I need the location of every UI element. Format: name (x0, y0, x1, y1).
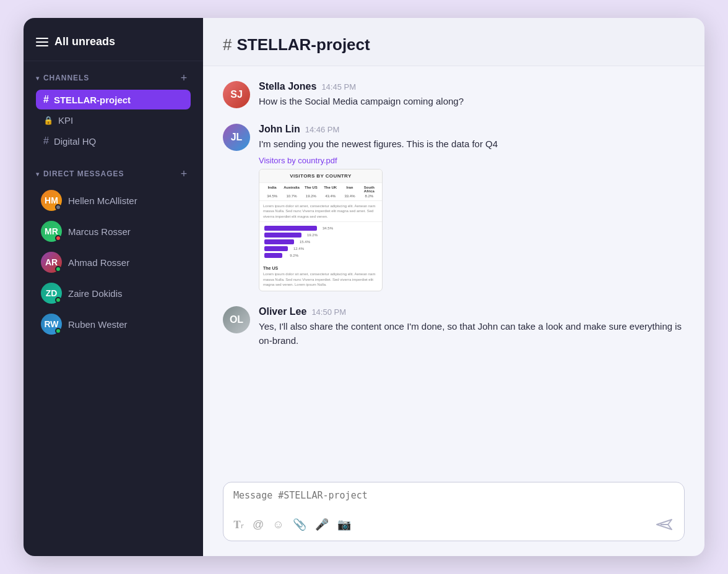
channel-name-stellar: STELLAR-project (54, 95, 131, 105)
dm-name-ahmad: Ahmad Rosser (68, 257, 129, 268)
dm-item-ahmad[interactable]: AR Ahmad Rosser (36, 247, 191, 277)
msg-author-oliver: Oliver Lee (259, 306, 306, 317)
channels-section: ▾ CHANNELS + # STELLAR-project 🔒 KPI # D… (24, 61, 203, 157)
pdf-title: VISITORS BY COUNTRY (259, 169, 382, 183)
input-icons: 𝐓ᵣ @ ☺ 📎 🎤 📷 (233, 518, 351, 531)
emoji-icon[interactable]: ☺ (272, 518, 284, 531)
dm-item-marcus[interactable]: MR Marcus Rosser (36, 216, 191, 246)
avatar-stella: SJ (223, 81, 250, 108)
attachment-icon[interactable]: 📎 (293, 518, 306, 531)
channel-item-stellar[interactable]: # STELLAR-project (36, 90, 191, 109)
dm-name-zaire: Zaire Dokidis (68, 288, 123, 299)
pdf-lorem-text: Lorem ipsum dolor sit amet, consectetur … (259, 201, 382, 222)
dm-item-ruben[interactable]: RW Ruben Wester (36, 309, 191, 339)
microphone-icon[interactable]: 🎤 (315, 518, 329, 531)
lock-icon: 🔒 (43, 116, 53, 125)
msg-time-stella: 14:45 PM (321, 82, 356, 92)
msg-body-john: John Lin 14:46 PM I'm sending you the ne… (259, 124, 498, 292)
avatar-john: JL (223, 124, 250, 151)
pdf-footer-text: Lorem ipsum dolor sit amet, consectetur … (259, 272, 382, 291)
dm-name-marcus: Marcus Rosser (68, 226, 131, 237)
hash-icon: # (43, 94, 49, 105)
msg-header-stella: Stella Jones 14:45 PM (259, 81, 464, 92)
add-dm-button[interactable]: + (177, 167, 191, 181)
all-unreads-label: All unreads (54, 35, 115, 48)
main-content: # STELLAR-project SJ Stella Jones 14:45 … (203, 18, 704, 556)
dm-chevron-icon: ▾ (36, 171, 40, 178)
msg-text-john: I'm sending you the newest figures. This… (259, 137, 498, 152)
avatar-marcus: MR (41, 221, 62, 242)
attachment-pdf[interactable]: Visitors by country.pdf VISITORS BY COUN… (259, 156, 498, 291)
send-icon (654, 516, 674, 533)
msg-author-stella: Stella Jones (259, 81, 316, 92)
channel-name-kpi: KPI (58, 115, 73, 126)
pdf-section-heading: The US (259, 263, 382, 272)
hamburger-icon (36, 38, 48, 46)
avatar-ahmad: AR (41, 252, 62, 273)
dm-section-header: ▾ DIRECT MESSAGES + (36, 167, 191, 181)
channel-item-kpi[interactable]: 🔒 KPI (36, 111, 191, 130)
chat-header: # STELLAR-project (203, 18, 704, 66)
message-input-box: 𝐓ᵣ @ ☺ 📎 🎤 📷 (223, 482, 685, 541)
message-stella: SJ Stella Jones 14:45 PM How is the Soci… (223, 81, 685, 109)
dm-title[interactable]: ▾ DIRECT MESSAGES (36, 169, 124, 178)
add-channel-button[interactable]: + (177, 71, 191, 85)
status-dot-marcus (55, 235, 61, 241)
channel-name-digital: Digital HQ (54, 136, 96, 147)
dm-name-ruben: Ruben Wester (68, 319, 128, 330)
sidebar: All unreads ▾ CHANNELS + # STELLAR-proje… (24, 18, 203, 556)
status-dot-ahmad (55, 266, 61, 272)
msg-header-john: John Lin 14:46 PM (259, 124, 498, 135)
msg-time-john: 14:46 PM (305, 125, 340, 134)
avatar-hellen: HM (41, 190, 62, 211)
msg-header-oliver: Oliver Lee 14:50 PM (259, 306, 685, 317)
msg-body-stella: Stella Jones 14:45 PM How is the Social … (259, 81, 464, 109)
status-dot-hellen (55, 204, 61, 210)
pdf-table: India Australia The US The UK Iran South… (259, 183, 382, 201)
channels-chevron-icon: ▾ (36, 75, 40, 82)
messages-area: SJ Stella Jones 14:45 PM How is the Soci… (203, 66, 704, 472)
channel-item-digital[interactable]: # Digital HQ (36, 131, 191, 151)
dm-item-zaire[interactable]: ZD Zaire Dokidis (36, 278, 191, 308)
message-john: JL John Lin 14:46 PM I'm sending you the… (223, 124, 685, 292)
text-format-icon[interactable]: 𝐓ᵣ (233, 518, 244, 531)
status-dot-zaire (55, 297, 61, 303)
pdf-preview: VISITORS BY COUNTRY India Australia The … (259, 169, 383, 291)
channel-title: STELLAR-project (236, 35, 370, 54)
attachment-filename: Visitors by country.pdf (259, 156, 498, 165)
avatar-zaire: ZD (41, 283, 62, 304)
channels-title[interactable]: ▾ CHANNELS (36, 74, 89, 82)
hash-icon-digital: # (43, 135, 49, 147)
dm-item-hellen[interactable]: HM Hellen McAllister (36, 186, 191, 215)
send-button[interactable] (654, 516, 674, 533)
chat-title: # STELLAR-project (223, 35, 685, 54)
dm-name-hellen: Hellen McAllister (68, 195, 137, 206)
msg-body-oliver: Oliver Lee 14:50 PM Yes, I'll also share… (259, 306, 685, 348)
channels-section-header: ▾ CHANNELS + (36, 71, 191, 85)
all-unreads-button[interactable]: All unreads (36, 35, 191, 48)
sidebar-header: All unreads (24, 18, 203, 61)
video-icon[interactable]: 📷 (337, 518, 351, 531)
mention-icon[interactable]: @ (253, 518, 264, 531)
input-area: 𝐓ᵣ @ ☺ 📎 🎤 📷 (203, 472, 704, 556)
message-oliver: OL Oliver Lee 14:50 PM Yes, I'll also sh… (223, 306, 685, 348)
hash-symbol: # (223, 35, 232, 54)
avatar-ruben: RW (41, 314, 62, 335)
msg-text-stella: How is the Social Media campaign coming … (259, 95, 464, 109)
msg-text-oliver: Yes, I'll also share the content once I'… (259, 320, 685, 348)
pdf-bar-chart: 34.5% 19.2% 15.4% 12.4% 9.2% (259, 222, 382, 263)
dm-section: ▾ DIRECT MESSAGES + HM Hellen McAllister… (24, 157, 203, 345)
message-input[interactable] (233, 490, 674, 507)
avatar-oliver: OL (223, 306, 250, 333)
input-toolbar: 𝐓ᵣ @ ☺ 📎 🎤 📷 (233, 516, 674, 533)
msg-author-john: John Lin (259, 124, 300, 135)
status-dot-ruben (55, 328, 61, 334)
msg-time-oliver: 14:50 PM (311, 307, 346, 317)
